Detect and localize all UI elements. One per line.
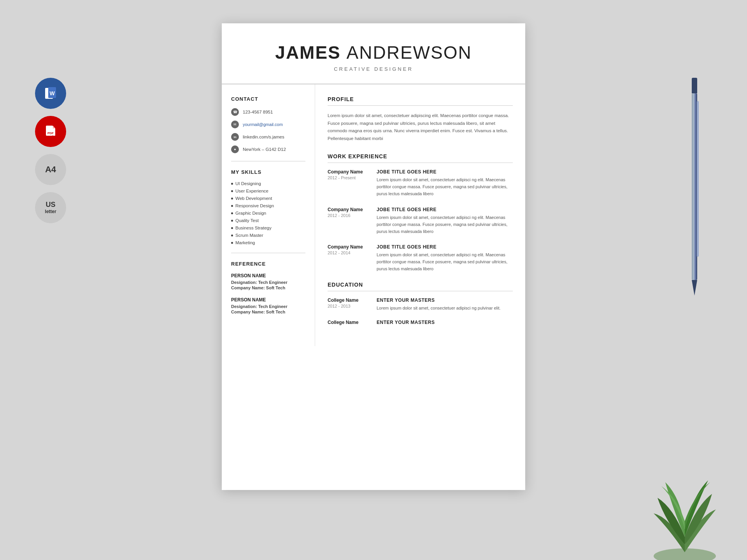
- edu-degree-1: ENTER YOUR MASTERS: [377, 298, 513, 303]
- contact-linkedin[interactable]: in linkedin.com/s.james: [231, 133, 305, 141]
- location-text: NewYork – G142 D12: [243, 147, 286, 152]
- skill-item: Marketing: [231, 240, 305, 245]
- skill-text: Business Strategy: [235, 226, 272, 230]
- work-entry-1: Company Name 2012 - Present JOBE TITLE G…: [328, 169, 513, 197]
- skill-text: User Experience: [235, 189, 268, 193]
- edu-right-1: ENTER YOUR MASTERS Lorem ipsum dolor sit…: [377, 298, 513, 312]
- resume-paper: JAMES ANDREWSON CREATIVE DESIGNER CONTAC…: [222, 23, 525, 490]
- ref-designation-1: Designation: Tech Engineer: [231, 280, 305, 285]
- skill-text: Web Development: [235, 196, 272, 201]
- work-company-1: Company Name: [328, 169, 370, 175]
- svg-text:W: W: [49, 90, 55, 96]
- phone-icon: ☎: [231, 108, 239, 116]
- linkedin-text: linkedin.com/s.james: [243, 135, 284, 139]
- skill-item: Web Development: [231, 196, 305, 201]
- skills-list: UI Designing User Experience Web Develop…: [231, 181, 305, 245]
- ref-designation-value-2: Tech Engineer: [258, 304, 288, 309]
- profile-text: Lorem ipsum dolor sit amet, consectetuer…: [328, 112, 513, 142]
- ref-designation-label-2: Designation:: [231, 304, 257, 309]
- work-left-2: Company Name 2012 - 2016: [328, 207, 370, 235]
- a4-icon[interactable]: A4: [35, 154, 66, 185]
- bullet-icon: [231, 227, 233, 229]
- work-left-1: Company Name 2012 - Present: [328, 169, 370, 197]
- skill-item: Graphic Design: [231, 211, 305, 215]
- skill-item: User Experience: [231, 189, 305, 193]
- ref-name-1: PERSON NAME: [231, 273, 305, 278]
- reference-section-title: REFERENCE: [231, 261, 305, 267]
- pen-decoration: [689, 78, 700, 296]
- bullet-icon: [231, 183, 233, 185]
- work-desc-3: Lorem ipsum dolor sit amet, consectetuer…: [377, 251, 513, 272]
- us-letter-icon[interactable]: US letter: [35, 192, 66, 223]
- edu-left-2: College Name: [328, 320, 370, 327]
- work-right-2: JOBE TITLE GOES HERE Lorem ipsum dolor s…: [377, 207, 513, 235]
- work-title-3: JOBE TITLE GOES HERE: [377, 244, 513, 250]
- reference-person-2: PERSON NAME Designation: Tech Engineer C…: [231, 297, 305, 314]
- work-company-2: Company Name: [328, 207, 370, 212]
- skills-section-title: MY SKILLS: [231, 169, 305, 175]
- work-left-3: Company Name 2012 - 2014: [328, 244, 370, 272]
- ref-company-value-1: Soft Tech: [266, 285, 285, 290]
- pdf-icon[interactable]: PDF: [35, 116, 66, 147]
- contact-section-title: CONTACT: [231, 96, 305, 102]
- ref-company-2: Company Name: Soft Tech: [231, 310, 305, 314]
- ref-company-label-1: Company Name:: [231, 285, 265, 290]
- profile-divider: [328, 105, 513, 106]
- work-title-1: JOBE TITLE GOES HERE: [377, 169, 513, 175]
- resume-header: JAMES ANDREWSON CREATIVE DESIGNER: [222, 23, 525, 84]
- skill-text: Responsive Design: [235, 203, 274, 208]
- contact-divider: [231, 161, 305, 161]
- skill-text: Quality Test: [235, 218, 259, 223]
- work-desc-1: Lorem ipsum dolor sit amet, consectetuer…: [377, 176, 513, 197]
- work-desc-2: Lorem ipsum dolor sit amet, consectetuer…: [377, 214, 513, 235]
- right-column: PROFILE Lorem ipsum dolor sit amet, cons…: [315, 84, 525, 346]
- plant-decoration: [646, 443, 724, 560]
- skill-item: Responsive Design: [231, 203, 305, 208]
- linkedin-icon: in: [231, 133, 239, 141]
- email-icon: ✉: [231, 121, 239, 128]
- candidate-name: JAMES ANDREWSON: [237, 42, 510, 63]
- work-company-3: Company Name: [328, 244, 370, 250]
- skill-text: Marketing: [235, 240, 255, 245]
- contact-email[interactable]: ✉ yourmail@gmail.com: [231, 121, 305, 128]
- skill-item: UI Designing: [231, 181, 305, 186]
- edu-college-1: College Name: [328, 298, 370, 303]
- ref-designation-label-1: Designation:: [231, 280, 257, 285]
- work-period-3: 2012 - 2014: [328, 250, 370, 255]
- last-name-text: ANDREWSON: [347, 42, 472, 63]
- email-link[interactable]: yourmail@gmail.com: [243, 122, 283, 127]
- ref-designation-value-1: Tech Engineer: [258, 280, 288, 285]
- bullet-icon: [231, 212, 233, 214]
- edu-entry-1: College Name 2012 - 2013 ENTER YOUR MAST…: [328, 298, 513, 312]
- us-label: US: [46, 201, 55, 209]
- education-section-title: EDUCATION: [328, 282, 513, 288]
- location-icon: ●: [231, 145, 239, 153]
- skill-item: Quality Test: [231, 218, 305, 223]
- bullet-icon: [231, 198, 233, 200]
- candidate-title: CREATIVE DESIGNER: [237, 66, 510, 72]
- ref-designation-2: Designation: Tech Engineer: [231, 304, 305, 309]
- bullet-icon: [231, 242, 233, 244]
- work-right-1: JOBE TITLE GOES HERE Lorem ipsum dolor s…: [377, 169, 513, 197]
- edu-college-2: College Name: [328, 320, 370, 325]
- a4-label: A4: [45, 164, 56, 175]
- svg-text:PDF: PDF: [47, 131, 54, 135]
- resume-body: CONTACT ☎ 123-4567 8951 ✉ yourmail@gmail…: [222, 84, 525, 346]
- profile-section-title: PROFILE: [328, 96, 513, 102]
- edu-desc-1: Lorem ipsum dolor sit amet, consectetuer…: [377, 304, 513, 312]
- work-period-1: 2012 - Present: [328, 175, 370, 180]
- word-icon[interactable]: W: [35, 78, 66, 109]
- left-column: CONTACT ☎ 123-4567 8951 ✉ yourmail@gmail…: [222, 84, 315, 346]
- ref-company-value-2: Soft Tech: [266, 310, 285, 314]
- bullet-icon: [231, 220, 233, 222]
- edu-left-1: College Name 2012 - 2013: [328, 298, 370, 312]
- work-entry-2: Company Name 2012 - 2016 JOBE TITLE GOES…: [328, 207, 513, 235]
- ref-company-label-2: Company Name:: [231, 310, 265, 314]
- skills-divider: [231, 253, 305, 253]
- edu-entry-2: College Name ENTER YOUR MASTERS: [328, 320, 513, 327]
- phone-text: 123-4567 8951: [243, 110, 273, 114]
- skill-text: UI Designing: [235, 181, 261, 186]
- first-name: JAMES: [275, 42, 340, 63]
- skill-text: Graphic Design: [235, 211, 266, 215]
- bullet-icon: [231, 205, 233, 207]
